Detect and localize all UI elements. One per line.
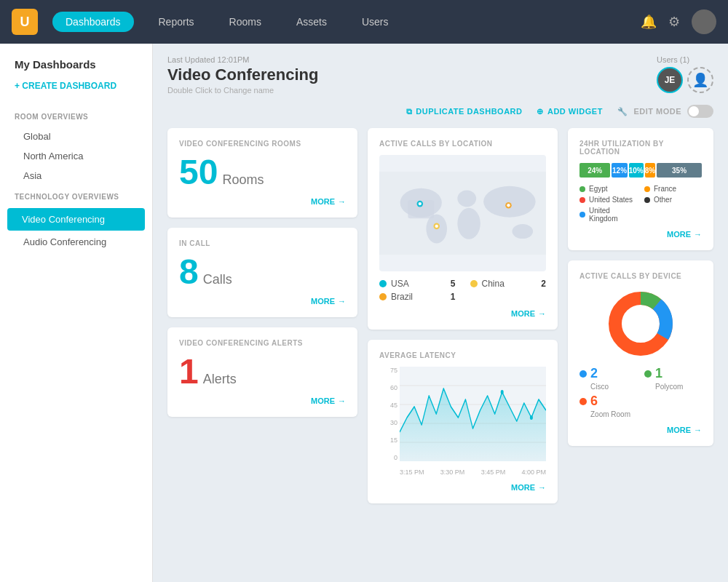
- dashboard-header: Last Updated 12:01PM Video Conferencing …: [167, 55, 713, 95]
- legend-other: Other: [644, 196, 702, 204]
- edit-mode-switch[interactable]: [687, 105, 713, 118]
- brazil-label: China: [482, 279, 505, 289]
- tab-assets[interactable]: Assets: [286, 12, 337, 32]
- arrow-right-icon-4: →: [538, 309, 546, 318]
- last-updated: Last Updated 12:01PM: [167, 55, 318, 64]
- duplicate-dashboard-button[interactable]: ⧉ DUPLICATE DASHBOARD: [406, 107, 523, 116]
- sidebar-item-audio-conferencing[interactable]: Audio Conferencing: [0, 232, 152, 252]
- other-dot: [644, 197, 650, 203]
- svg-point-24: [625, 308, 657, 340]
- uk-dot: [579, 212, 585, 218]
- dashboard-subtitle: Double Click to Change name: [167, 86, 318, 95]
- svg-point-9: [419, 202, 422, 205]
- copy-icon: ⧉: [406, 107, 413, 116]
- users-label: Users (1): [657, 55, 713, 64]
- map-more-link[interactable]: MORE →: [379, 309, 546, 318]
- latency-label: AVERAGE LATENCY: [379, 351, 546, 359]
- create-dashboard-button[interactable]: + CREATE DASHBOARD: [0, 81, 152, 105]
- alerts-more-link[interactable]: MORE →: [179, 396, 346, 405]
- dashboard-title[interactable]: Video Conferencing: [167, 65, 318, 84]
- active-calls-map-widget: ACTIVE CALLS BY LOCATION: [368, 128, 558, 330]
- sidebar-item-asia[interactable]: Asia: [0, 166, 152, 186]
- in-call-count: 8: [179, 255, 199, 290]
- legend-france: France: [644, 185, 702, 193]
- brazil-count: 2: [541, 279, 546, 289]
- wrench-icon: 🔧: [617, 107, 628, 116]
- zoomroom-stat: 6 Zoom Room: [579, 394, 637, 418]
- rooms-widget: VIDEO CONFERENCING ROOMS 50 Rooms MORE →: [167, 128, 357, 218]
- rooms-more-link[interactable]: MORE →: [179, 197, 346, 206]
- util-bar-egypt: 24%: [579, 163, 610, 178]
- sidebar-title: My Dashboards: [0, 58, 152, 81]
- in-call-widget: IN CALL 8 Calls MORE →: [167, 228, 357, 317]
- tech-overviews-label: TECHNOLOGY OVERVIEWS: [0, 186, 152, 207]
- edit-mode-toggle[interactable]: 🔧 EDIT MODE: [617, 105, 713, 118]
- utilization-more-link[interactable]: MORE →: [579, 230, 702, 239]
- util-bar-uk: 35%: [657, 163, 702, 178]
- world-map: [379, 155, 546, 271]
- china-stat: Brazil 1: [379, 292, 456, 302]
- user-je-avatar: JE: [657, 67, 683, 93]
- utilization-legend: Egypt France United States Other: [579, 185, 702, 223]
- usa-count: 5: [451, 279, 456, 289]
- svg-point-20: [530, 415, 533, 420]
- arrow-right-icon-5: →: [538, 483, 546, 492]
- donut-svg: [604, 287, 677, 360]
- in-call-unit: Calls: [203, 272, 232, 287]
- add-person-icon: 👤: [692, 72, 708, 88]
- legend-us: United States: [579, 196, 637, 204]
- device-widget: ACTIVE CALLS BY DEVICE: [568, 260, 713, 446]
- egypt-dot: [579, 186, 585, 192]
- in-call-count-row: 8 Calls: [179, 255, 346, 290]
- device-more-link[interactable]: MORE →: [579, 426, 702, 434]
- room-overviews-label: ROOM OVERVIEWS: [0, 105, 152, 127]
- nav-icons: 🔔 ⚙: [641, 9, 716, 34]
- util-bar-other: 8%: [645, 163, 655, 178]
- arrow-right-icon-7: →: [694, 426, 702, 434]
- gear-icon[interactable]: ⚙: [668, 14, 680, 30]
- polycom-dot: [644, 370, 652, 378]
- alerts-unit: Alerts: [203, 372, 237, 387]
- svg-point-11: [507, 204, 510, 207]
- alerts-widget: VIDEO CONFERENCING ALERTS 1 Alerts MORE …: [167, 327, 357, 417]
- tab-reports[interactable]: Reports: [149, 12, 205, 32]
- latency-widget: AVERAGE LATENCY 75 60 45 30 15 0: [368, 340, 558, 503]
- brazil-stat: China 2: [470, 279, 547, 289]
- tab-users[interactable]: Users: [352, 12, 399, 32]
- svg-point-6: [483, 186, 536, 218]
- sidebar-item-video-conferencing[interactable]: Video Conferencing: [7, 208, 145, 231]
- usa-label: USA: [391, 279, 409, 289]
- alerts-widget-label: VIDEO CONFERENCING ALERTS: [179, 339, 346, 347]
- usa-dot: [379, 280, 387, 287]
- sidebar-item-global[interactable]: Global: [0, 127, 152, 146]
- rooms-count: 50: [179, 155, 218, 190]
- sidebar: My Dashboards + CREATE DASHBOARD ROOM OV…: [0, 44, 153, 582]
- add-widget-button[interactable]: ⊕ ADD WIDGET: [537, 107, 602, 116]
- left-widgets: VIDEO CONFERENCING ROOMS 50 Rooms MORE →…: [167, 128, 357, 503]
- china-dot: [379, 293, 387, 300]
- latency-svg: [400, 367, 546, 461]
- in-call-more-link[interactable]: MORE →: [179, 297, 346, 306]
- dashboard-toolbar: ⧉ DUPLICATE DASHBOARD ⊕ ADD WIDGET 🔧 EDI…: [167, 105, 713, 118]
- add-user-button[interactable]: 👤: [687, 67, 713, 93]
- user-avatar[interactable]: [692, 9, 716, 34]
- sidebar-item-north-america[interactable]: North America: [0, 146, 152, 166]
- tab-rooms[interactable]: Rooms: [219, 12, 272, 32]
- main-layout: My Dashboards + CREATE DASHBOARD ROOM OV…: [0, 44, 728, 582]
- widgets-layout: VIDEO CONFERENCING ROOMS 50 Rooms MORE →…: [167, 128, 713, 503]
- utilization-widget: 24HR UTILIZATION BY LOCATION 24% 12% 10%…: [568, 128, 713, 250]
- dashboard-title-area: Last Updated 12:01PM Video Conferencing …: [167, 55, 318, 95]
- tab-dashboards[interactable]: Dashboards: [52, 12, 134, 32]
- china-count: 1: [451, 292, 456, 302]
- utilization-label: 24HR UTILIZATION BY LOCATION: [579, 140, 702, 156]
- call-stats: USA 5 China 2 Brazil 1: [379, 279, 546, 302]
- logo: U: [12, 9, 38, 35]
- util-bar-france: 12%: [612, 163, 627, 178]
- bell-icon[interactable]: 🔔: [641, 14, 657, 30]
- polycom-count: 1: [655, 366, 683, 381]
- latency-more-link[interactable]: MORE →: [379, 483, 546, 492]
- zoomroom-dot: [579, 398, 587, 405]
- legend-uk: United Kingdom: [579, 207, 637, 223]
- alerts-count: 1: [179, 354, 199, 389]
- cisco-dot: [579, 370, 587, 378]
